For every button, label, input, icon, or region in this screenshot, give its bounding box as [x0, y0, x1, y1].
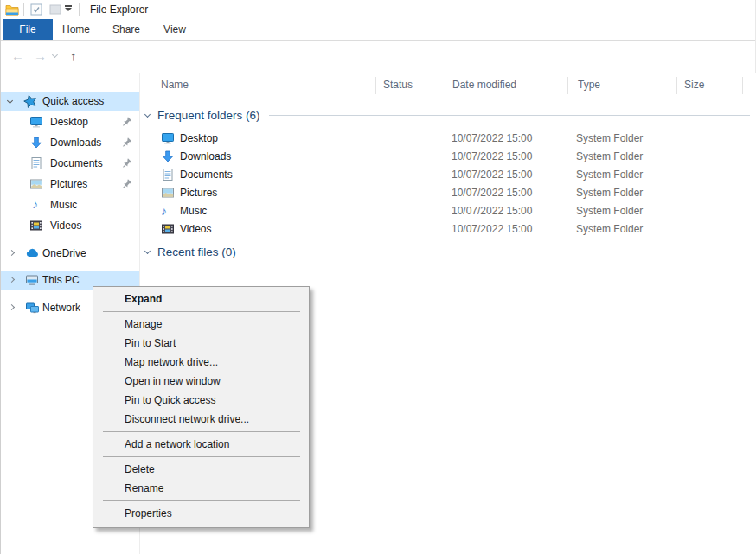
group-header-label: Frequent folders (6) — [157, 109, 260, 122]
music-icon: ♪ — [161, 204, 167, 218]
chevron-right-icon[interactable] — [9, 250, 15, 256]
sidebar-item-videos[interactable]: Videos — [1, 216, 139, 235]
group-header-label: Recent files (0) — [157, 245, 236, 258]
sidebar-item-label: Desktop — [50, 116, 88, 128]
qat-properties-button[interactable] — [30, 3, 42, 16]
menu-item-properties[interactable]: Properties — [93, 504, 309, 523]
desktop-icon — [161, 131, 175, 145]
file-date-modified: 10/07/2022 15:00 — [452, 205, 532, 217]
sidebar-item-label: Videos — [50, 220, 81, 232]
column-resizer[interactable] — [742, 77, 743, 94]
column-resizer[interactable] — [375, 77, 376, 94]
navigation-bar: ← → ↑ Quick access — [1, 41, 755, 73]
forward-button[interactable]: → — [34, 48, 47, 63]
quick-access-star-icon — [23, 94, 37, 108]
menu-item-delete[interactable]: Delete — [93, 460, 309, 479]
sidebar-item-pictures[interactable]: Pictures — [1, 175, 139, 194]
ribbon-tab-bar: File Home Share View — [1, 19, 755, 41]
menu-item-disconnect-network-drive[interactable]: Disconnect network drive... — [93, 410, 309, 429]
column-header-name[interactable]: Name — [161, 79, 189, 91]
menu-item-pin-to-quick-access[interactable]: Pin to Quick access — [93, 391, 309, 410]
qat-new-folder-button[interactable] — [49, 3, 61, 16]
pictures-icon — [161, 186, 175, 200]
network-icon — [25, 301, 40, 315]
chevron-down-icon[interactable] — [7, 98, 13, 104]
sidebar-item-onedrive[interactable]: OneDrive — [1, 244, 139, 263]
file-date-modified: 10/07/2022 15:00 — [452, 169, 532, 181]
column-resizer[interactable] — [567, 77, 568, 94]
file-type: System Folder — [576, 132, 643, 144]
tab-file[interactable]: File — [3, 19, 53, 40]
back-button[interactable]: ← — [11, 48, 24, 63]
sidebar-item-desktop[interactable]: Desktop — [1, 112, 139, 131]
desktop-icon — [29, 115, 43, 129]
column-header-size[interactable]: Size — [684, 79, 704, 91]
column-header-row: Name Status Date modified Type Size — [140, 73, 756, 97]
sidebar-item-label: Documents — [50, 157, 103, 169]
this-pc-icon — [25, 273, 39, 287]
sidebar-item-quick-access[interactable]: Quick access — [1, 92, 139, 111]
pin-icon[interactable] — [121, 178, 132, 189]
sidebar-item-label: Downloads — [50, 137, 101, 149]
file-row-desktop[interactable]: Desktop 10/07/2022 15:00 System Folder — [140, 130, 750, 148]
group-header-line — [245, 252, 750, 252]
file-row-videos[interactable]: Videos 10/07/2022 15:00 System Folder — [140, 220, 750, 239]
sidebar-item-label: Music — [50, 199, 77, 211]
file-row-music[interactable]: ♪ Music 10/07/2022 15:00 System Folder — [140, 202, 750, 220]
sidebar-item-downloads[interactable]: Downloads — [1, 133, 139, 152]
file-name: Documents — [180, 169, 233, 181]
music-icon: ♪ — [32, 197, 38, 211]
file-type: System Folder — [576, 205, 643, 217]
sidebar-item-label: Network — [42, 302, 80, 314]
column-resizer[interactable] — [676, 77, 677, 94]
title-bar: File Explorer — [1, 0, 755, 19]
chevron-down-icon[interactable] — [144, 247, 151, 253]
menu-item-add-a-network-location[interactable]: Add a network location — [93, 435, 309, 454]
column-header-date-modified[interactable]: Date modified — [452, 79, 516, 91]
sidebar-item-music[interactable]: ♪ Music — [1, 195, 139, 214]
menu-item-pin-to-start[interactable]: Pin to Start — [93, 334, 309, 353]
pin-icon[interactable] — [121, 116, 132, 127]
customize-caret-icon — [65, 8, 72, 11]
chevron-right-icon[interactable] — [9, 277, 15, 283]
menu-item-map-network-drive[interactable]: Map network drive... — [93, 353, 309, 372]
menu-item-expand[interactable]: Expand — [93, 290, 309, 309]
file-date-modified: 10/07/2022 15:00 — [452, 223, 532, 235]
tab-home[interactable]: Home — [54, 19, 98, 40]
group-header-line — [269, 115, 750, 116]
column-header-type[interactable]: Type — [578, 79, 600, 91]
sidebar-item-label: Pictures — [50, 178, 87, 190]
file-explorer-window: File Explorer File Home Share View ← → ↑… — [0, 0, 756, 554]
sidebar-item-documents[interactable]: Documents — [1, 154, 139, 173]
group-header-recent-files[interactable]: Recent files (0) — [140, 244, 750, 259]
tab-share[interactable]: Share — [105, 19, 148, 40]
sidebar-item-label: This PC — [42, 274, 80, 286]
file-type: System Folder — [576, 223, 643, 235]
recent-locations-dropdown[interactable] — [52, 52, 58, 58]
column-header-status[interactable]: Status — [383, 79, 413, 91]
chevron-down-icon[interactable] — [144, 111, 151, 117]
pin-icon[interactable] — [121, 137, 132, 148]
onedrive-cloud-icon — [25, 246, 40, 260]
menu-item-open-in-new-window[interactable]: Open in new window — [93, 372, 309, 391]
column-resizer[interactable] — [445, 77, 445, 94]
file-row-documents[interactable]: Documents 10/07/2022 15:00 System Folder — [140, 166, 750, 184]
menu-separator — [103, 500, 300, 501]
downloads-icon — [161, 150, 175, 163]
up-button[interactable]: ↑ — [70, 48, 77, 63]
pin-icon[interactable] — [121, 157, 132, 169]
file-name: Music — [180, 205, 207, 217]
menu-separator — [103, 431, 300, 432]
menu-item-manage[interactable]: Manage — [93, 315, 309, 334]
file-row-pictures[interactable]: Pictures 10/07/2022 15:00 System Folder — [140, 184, 750, 202]
tab-view[interactable]: View — [154, 19, 195, 40]
menu-item-rename[interactable]: Rename — [93, 479, 309, 498]
menu-separator — [103, 456, 300, 457]
chevron-right-icon[interactable] — [9, 304, 15, 310]
customize-caret-icon — [65, 5, 72, 7]
titlebar-separator — [79, 3, 80, 16]
group-header-frequent-folders[interactable]: Frequent folders (6) — [140, 107, 750, 123]
file-date-modified: 10/07/2022 15:00 — [452, 187, 532, 199]
file-row-downloads[interactable]: Downloads 10/07/2022 15:00 System Folder — [140, 148, 750, 166]
documents-icon — [161, 168, 175, 181]
